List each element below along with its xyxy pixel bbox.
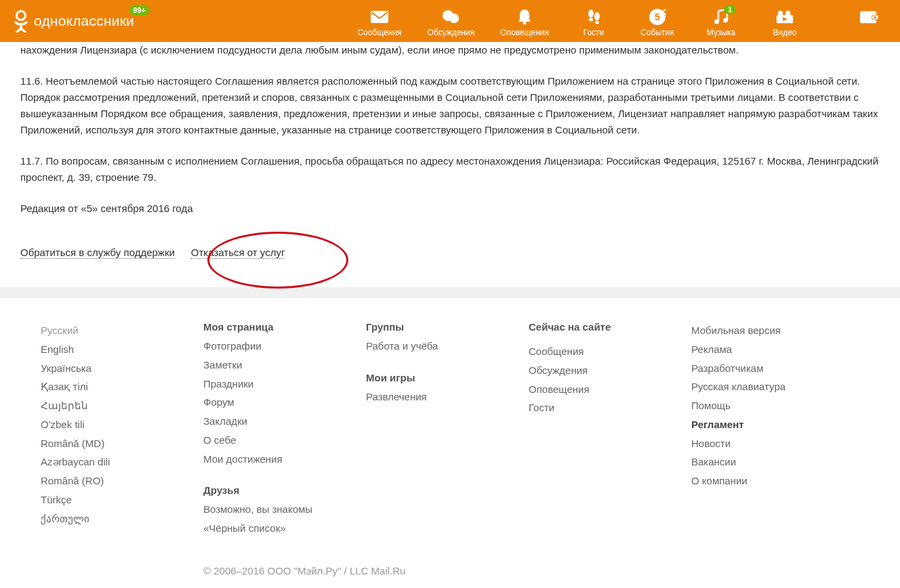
lang-option[interactable]: English [41, 340, 203, 359]
footer-link[interactable]: О себе [203, 431, 366, 450]
footer-link[interactable]: Сообщения [529, 342, 691, 361]
logo[interactable]: одноклассники 99+ [12, 9, 134, 33]
footer-heading-friends[interactable]: Друзья [203, 484, 366, 496]
footer-link[interactable]: Праздники [203, 375, 366, 394]
lang-option[interactable]: Қазақ тілі [41, 377, 203, 396]
video-icon [775, 9, 794, 25]
footer-col-my-page: Моя страница Фотографии Заметки Праздник… [203, 321, 366, 538]
svg-point-5 [449, 14, 459, 23]
footer-heading-groups[interactable]: Группы [366, 321, 529, 333]
footer-link[interactable]: Новости [691, 434, 859, 453]
footer-col-languages: Русский English Українська Қазақ тілі Հա… [41, 321, 203, 538]
svg-point-20 [874, 16, 876, 18]
nav-wallet[interactable] [850, 9, 888, 25]
revision-date: Редакция от «5» сентября 2016 года [20, 201, 880, 217]
footer-link[interactable]: Реклама [691, 340, 859, 359]
footer-link[interactable]: Помощь [691, 396, 859, 415]
nav-discussions[interactable]: Обсуждения [428, 9, 475, 37]
footer-heading-my-games[interactable]: Мои игры [366, 372, 529, 383]
footer-link[interactable]: Возможно, вы знакомы [203, 500, 366, 519]
paragraph-11-7: 11.7. По вопросам, связанным с исполнени… [20, 153, 880, 186]
chat-icon [441, 9, 460, 25]
nav-label: Оповещения [500, 28, 549, 37]
footer-link[interactable]: Разработчикам [691, 359, 859, 378]
footer-link[interactable]: Мобильная версия [691, 321, 859, 340]
lang-option[interactable]: ქართული [41, 509, 203, 528]
footer-col-now-online: Сейчас на сайте Сообщения Обсуждения Опо… [529, 321, 691, 538]
footer: Русский English Українська Қазақ тілі Հա… [0, 298, 900, 588]
footer-link[interactable]: Работа и учёба [366, 337, 529, 356]
copyright: © 2006–2016 ООО "Мэйл.Ру" / LLC Mail.Ru [203, 565, 859, 576]
lang-option[interactable]: Română (RO) [41, 471, 203, 490]
refuse-services-link[interactable]: Отказаться от услуг [191, 247, 285, 259]
footer-link[interactable]: Форум [203, 393, 366, 412]
footer-col-groups: Группы Работа и учёба Мои игры Развлечен… [366, 321, 529, 538]
main-content: нахождения Лицензиара (с исключением под… [0, 42, 900, 278]
footer-link[interactable]: О компании [691, 471, 859, 490]
footer-link[interactable]: Мои достижения [203, 450, 366, 469]
lang-option[interactable]: O'zbek tili [41, 415, 203, 434]
nav-label: Обсуждения [428, 28, 475, 37]
action-links-row: Обратиться в службу поддержки Отказаться… [20, 247, 880, 259]
bell-icon [515, 9, 534, 25]
nav-label: Гости [584, 28, 605, 37]
paragraph-11-6: 11.6. Неотъемлемой частью настоящего Сог… [20, 73, 880, 138]
footer-heading-my-page[interactable]: Моя страница [203, 321, 366, 333]
notifications-badge: 99+ [129, 5, 149, 16]
svg-text:5: 5 [655, 12, 660, 22]
nav-music[interactable]: 1 Музыка [702, 9, 740, 37]
footer-link-reglament-active[interactable]: Регламент [691, 415, 859, 434]
highlight-ellipse-annotation [207, 232, 348, 289]
svg-point-8 [589, 18, 593, 22]
footer-link[interactable]: Развлечения [366, 387, 529, 406]
svg-point-10 [595, 21, 599, 24]
svg-point-15 [778, 11, 783, 16]
nav-video[interactable]: Видео [766, 9, 804, 37]
svg-point-13 [714, 20, 719, 24]
lang-option[interactable]: Հայերեն [41, 396, 203, 415]
footprints-icon [584, 9, 603, 25]
footer-col-misc: Мобильная версия Реклама Разработчикам Р… [691, 321, 859, 538]
wallet-icon [859, 9, 878, 25]
footer-link[interactable]: Заметки [203, 356, 366, 375]
footer-link[interactable]: Обсуждения [529, 361, 691, 380]
svg-point-6 [523, 22, 527, 25]
paragraph-11-5-tail: нахождения Лицензиара (с исключением под… [20, 42, 880, 58]
lang-option[interactable]: Türkçe [41, 490, 203, 509]
footer-link[interactable]: Русская клавиатура [691, 377, 859, 396]
nav-notifications[interactable]: Оповещения [500, 9, 549, 37]
music-badge: 1 [724, 5, 736, 14]
nav-label: Сообщения [357, 28, 401, 37]
svg-rect-1 [371, 11, 388, 23]
contact-support-link[interactable]: Обратиться в службу поддержки [20, 247, 175, 259]
footer-link[interactable]: Закладки [203, 412, 366, 431]
footer-link[interactable]: Гости [529, 398, 691, 417]
svg-point-16 [785, 11, 790, 16]
nav-label: Видео [773, 28, 796, 37]
top-header: одноклассники 99+ Сообщения Обсуждения О… [0, 0, 900, 42]
svg-point-0 [17, 12, 26, 20]
ok-logo-icon [12, 9, 30, 33]
section-divider [0, 287, 900, 298]
nav-guests[interactable]: Гости [575, 9, 613, 37]
five-icon: 5 [648, 9, 667, 25]
logo-text: одноклассники [34, 13, 134, 29]
svg-point-7 [588, 9, 594, 18]
svg-point-9 [594, 12, 600, 20]
footer-link[interactable]: Вакансии [691, 453, 859, 471]
footer-link[interactable]: «Чёрный список» [203, 519, 366, 538]
nav-label: События [640, 28, 674, 37]
lang-option[interactable]: Română (MD) [41, 434, 203, 453]
nav-label: Музыка [707, 28, 735, 37]
nav-messages[interactable]: Сообщения [357, 9, 401, 37]
footer-link[interactable]: Оповещения [529, 380, 691, 399]
lang-option[interactable]: Українська [41, 359, 203, 378]
footer-heading-now-online: Сейчас на сайте [529, 321, 691, 333]
top-nav: Сообщения Обсуждения Оповещения Гости 5 … [357, 5, 888, 37]
nav-events[interactable]: 5 События [638, 9, 676, 37]
envelope-icon [370, 9, 389, 25]
lang-option[interactable]: Azərbaycan dili [41, 453, 203, 471]
lang-current[interactable]: Русский [41, 321, 203, 340]
svg-point-14 [723, 18, 728, 23]
footer-link[interactable]: Фотографии [203, 337, 366, 356]
